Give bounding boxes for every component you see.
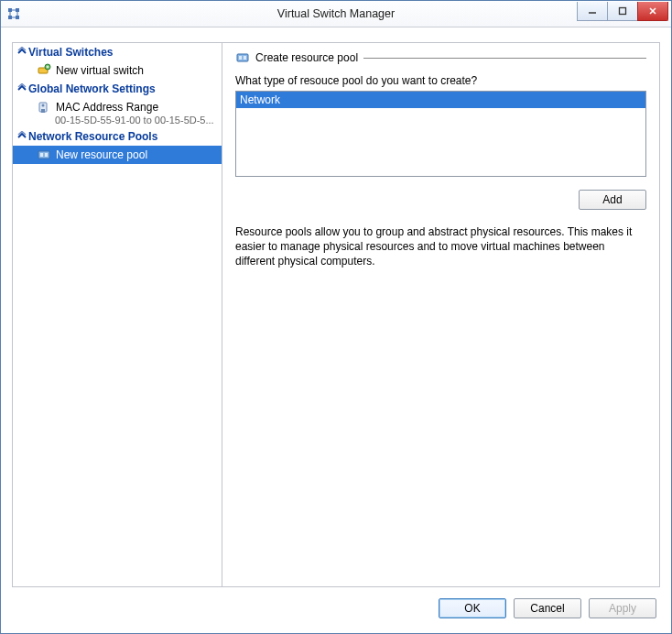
pool-icon bbox=[37, 148, 51, 162]
content-pane: Create resource pool What type of resouc… bbox=[222, 43, 659, 586]
chevron-up-icon bbox=[16, 131, 28, 142]
app-icon bbox=[6, 6, 21, 21]
cancel-button[interactable]: Cancel bbox=[514, 598, 581, 618]
svg-rect-5 bbox=[620, 8, 626, 15]
group-header: Create resource pool bbox=[235, 50, 646, 65]
close-button[interactable] bbox=[637, 2, 668, 21]
apply-button[interactable]: Apply bbox=[589, 598, 656, 618]
svg-rect-18 bbox=[237, 54, 248, 61]
pool-icon bbox=[235, 50, 250, 65]
separator-line bbox=[363, 58, 646, 59]
category-label: Virtual Switches bbox=[28, 46, 113, 59]
minimize-button[interactable] bbox=[577, 2, 608, 21]
nic-icon bbox=[37, 100, 51, 115]
svg-rect-2 bbox=[8, 16, 12, 19]
chevron-up-icon bbox=[16, 83, 28, 94]
description-text: Resource pools allow you to group and ab… bbox=[235, 224, 646, 269]
svg-rect-16 bbox=[40, 153, 43, 157]
prompt-text: What type of resouce pool do you want to… bbox=[235, 74, 646, 87]
category-network-resource-pools[interactable]: Network Resource Pools bbox=[13, 127, 222, 146]
svg-rect-13 bbox=[41, 109, 45, 113]
group-title: Create resource pool bbox=[255, 51, 358, 64]
sidebar-item-label: New resource pool bbox=[56, 148, 147, 161]
svg-rect-3 bbox=[16, 16, 19, 19]
sidebar-item-subtext: 00-15-5D-55-91-00 to 00-15-5D-5... bbox=[37, 115, 214, 126]
category-virtual-switches[interactable]: Virtual Switches bbox=[13, 43, 222, 61]
main-panels: Virtual Switches New virtual switch Glob… bbox=[12, 42, 660, 587]
sidebar-item-new-virtual-switch[interactable]: New virtual switch bbox=[13, 61, 222, 80]
list-item-network[interactable]: Network bbox=[236, 92, 645, 108]
svg-rect-15 bbox=[38, 151, 49, 158]
category-label: Global Network Settings bbox=[28, 82, 156, 95]
sidebar-item-label: New virtual switch bbox=[56, 64, 144, 77]
chevron-up-icon bbox=[16, 47, 28, 58]
ok-button[interactable]: OK bbox=[439, 598, 506, 618]
svg-rect-1 bbox=[16, 8, 19, 12]
svg-rect-19 bbox=[239, 56, 242, 60]
category-global-network-settings[interactable]: Global Network Settings bbox=[13, 80, 222, 98]
svg-rect-17 bbox=[45, 153, 48, 157]
sidebar-item-mac-address-range[interactable]: MAC Address Range 00-15-5D-55-91-00 to 0… bbox=[13, 98, 222, 127]
category-label: Network Resource Pools bbox=[28, 130, 157, 143]
client-area: Virtual Switches New virtual switch Glob… bbox=[1, 27, 671, 633]
pool-type-listbox[interactable]: Network bbox=[235, 91, 646, 177]
sidebar-item-label: MAC Address Range bbox=[56, 101, 158, 114]
add-button[interactable]: Add bbox=[579, 190, 646, 210]
svg-rect-0 bbox=[8, 8, 12, 12]
sidebar: Virtual Switches New virtual switch Glob… bbox=[13, 43, 222, 586]
dialog-footer: OK Cancel Apply bbox=[12, 587, 660, 622]
switch-new-icon bbox=[37, 63, 51, 78]
window-controls bbox=[578, 2, 671, 20]
titlebar: Virtual Switch Manager bbox=[1, 1, 671, 27]
sidebar-item-new-resource-pool[interactable]: New resource pool bbox=[13, 146, 222, 164]
maximize-button[interactable] bbox=[607, 2, 638, 21]
virtual-switch-manager-window: Virtual Switch Manager Virtual Switc bbox=[0, 0, 672, 634]
window-title: Virtual Switch Manager bbox=[1, 7, 671, 20]
svg-point-14 bbox=[42, 104, 45, 107]
svg-rect-20 bbox=[244, 56, 246, 60]
